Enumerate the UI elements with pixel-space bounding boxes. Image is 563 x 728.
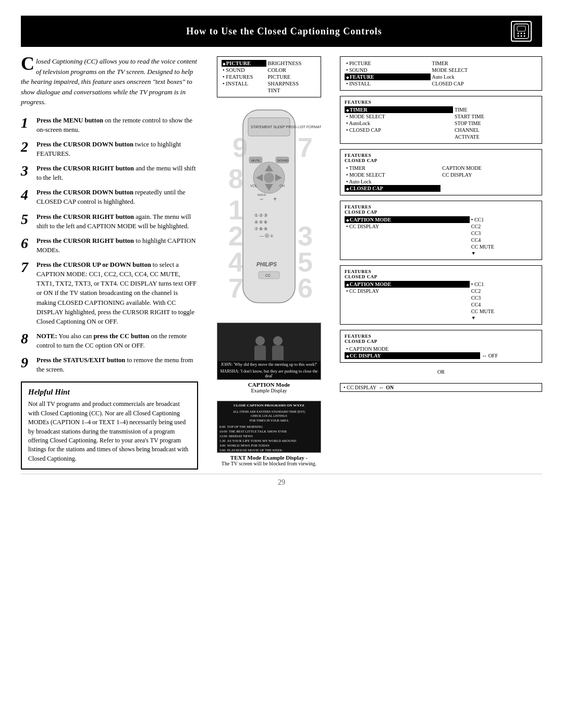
text-mode-image: CLOSE CAPTION PROGRAMS ON WXYZ ALL ITEMS… (217, 401, 321, 453)
mp1-sound: SOUND (345, 67, 431, 73)
mp5-cc2: CC2 (470, 288, 537, 294)
mp5-cc-mute: CC MUTE (470, 308, 537, 315)
svg-point-4 (524, 33, 525, 34)
menu-panel-4: FEATURESCLOSED CAP CAPTION MODE CC1 CC D… (340, 201, 542, 260)
step-7-bold: Press the CURSOR UP or DOWN button (36, 261, 151, 268)
menu-item-empty (222, 87, 266, 94)
mp5-empty2 (345, 301, 470, 308)
mp1-auto-lock: Auto Lock (431, 73, 537, 80)
mp3-empty2 (440, 185, 537, 192)
menu-screen-picture: PICTURE BRIGHTNESS SOUND COLOR FEATURES … (217, 56, 321, 97)
caption-mode-sublabel: Example Display (217, 388, 321, 393)
mp5-title: FEATURESCLOSED CAP (345, 269, 537, 279)
mp2-empty (345, 133, 453, 140)
step-9: 9 Press the STATUS/EXIT button to remove… (21, 355, 198, 374)
text-mode-display: CLOSE CAPTION PROGRAMS ON WXYZ ALL ITEMS… (217, 401, 321, 466)
page-number: 29 (278, 478, 285, 487)
mp3-title: FEATURESCLOSED CAP (345, 153, 537, 163)
step-number-4: 4 (21, 188, 32, 202)
mp3-auto-lock: Auto Lock (345, 178, 440, 185)
step-2-content: Press the CURSOR DOWN button twice to hi… (36, 140, 198, 158)
helpful-hint-text: Not all TV programs and product commerci… (28, 400, 191, 463)
step-5: 5 Press the CURSOR RIGHT button again. T… (21, 212, 198, 231)
cc-display-on-row: CC DISPLAY ↔ ON (340, 383, 542, 392)
mp1-mode-select: MODE SELECT (431, 67, 537, 73)
menu-item-color: COLOR (266, 67, 316, 73)
mp4-cc-mute: CC MUTE (470, 243, 537, 250)
svg-text:SOUND: SOUND (277, 159, 289, 162)
svg-text:VOL: VOL (250, 184, 258, 188)
mp2-mode-select: MODE SELECT (345, 113, 453, 120)
step-7-content: Press the CURSOR UP or DOWN button to se… (36, 260, 198, 326)
step-4: 4 Press the CURSOR DOWN button repeatedl… (21, 188, 198, 206)
mp3-cc-display: CC DISPLAY (440, 171, 537, 178)
step-1: 1 Press the MENU button on the remote co… (21, 116, 198, 134)
svg-text:①  ②  ③: ① ② ③ (254, 213, 267, 218)
mp4-cc3: CC3 (470, 230, 537, 237)
svg-text:7: 7 (298, 132, 313, 163)
step-9-bold: Press the STATUS/EXIT button (36, 356, 125, 364)
step-number-9: 9 (21, 355, 32, 370)
step-4-content: Press the CURSOR DOWN button repeatedly … (36, 188, 198, 206)
mp4-caption-mode: CAPTION MODE (345, 216, 470, 223)
menu-item-sharpness: SHARPNESS (266, 80, 316, 87)
step-3: 3 Press the CURSOR RIGHT button and the … (21, 164, 198, 182)
step-number-1: 1 (21, 116, 32, 130)
step-number-7: 7 (21, 260, 32, 275)
mp3-timer: TIMER (345, 165, 440, 171)
drop-cap: C (21, 56, 34, 71)
mp5-down-arrow-left (345, 315, 470, 321)
mp2-stop-time: STOP TIME (453, 120, 537, 127)
middle-column: PICTURE BRIGHTNESS SOUND COLOR FEATURES … (206, 56, 332, 470)
steps-list: 1 Press the MENU button on the remote co… (21, 116, 198, 375)
mp1-feature: FEATURE (345, 73, 431, 80)
step-9-content: Press the STATUS/EXIT button to remove t… (36, 355, 198, 374)
step-8: 8 NOTE: You also can press the CC button… (21, 331, 198, 350)
step-1-content: Press the MENU button on the remote cont… (36, 116, 198, 134)
step-1-bold: Press the MENU button (36, 117, 103, 124)
mp2-time: TIME (453, 106, 537, 113)
mp5-empty (345, 294, 470, 301)
or-separator: OR (340, 369, 542, 375)
mp1-install: INSTALL (345, 80, 431, 87)
step-7: 7 Press the CURSOR UP or DOWN button to … (21, 260, 198, 326)
svg-text:8: 8 (228, 164, 243, 194)
intro-paragraph: C losed Captioning (CC) allows you to re… (21, 56, 198, 107)
mp2-title: FEATURES (345, 100, 537, 105)
mp6-caption-mode: CAPTION MODE (345, 346, 480, 352)
step-6-content: Press the CURSOR RIGHT button to highlig… (36, 236, 198, 255)
mp4-cc2: CC2 (470, 223, 537, 230)
mp5-down-arrow: ▼ (470, 315, 537, 321)
caption-image: JOHN: 'Why did they move the meeting up … (217, 323, 321, 380)
svg-point-6 (521, 35, 522, 37)
mp1-closed-cap: CLOSED CAP (431, 80, 537, 87)
step-number-5: 5 (21, 212, 32, 227)
svg-text:MAVE: MAVE (258, 193, 266, 196)
step-number-6: 6 (21, 236, 32, 251)
svg-text:7: 7 (228, 273, 243, 303)
step-8-content: NOTE: You also can press the CC button o… (36, 331, 198, 350)
intro-text: losed Captioning (CC) allows you to read… (21, 57, 197, 106)
svg-rect-1 (517, 26, 525, 31)
mp4-down-arrow-left (345, 250, 470, 256)
step-3-content: Press the CURSOR RIGHT button and the me… (36, 164, 198, 182)
mp4-empty (345, 230, 470, 237)
bottom-bar: 29 (21, 474, 542, 487)
menu-panel-3: FEATURESCLOSED CAP TIMER CAPTION MODE MO… (340, 149, 542, 195)
caption-mode-label: CAPTION Mode (217, 381, 321, 388)
mp6-title: FEATURESCLOSED CAP (345, 334, 537, 344)
menu-panel-5: FEATURESCLOSED CAP CAPTION MODE CC1 CC D… (340, 265, 542, 325)
right-column: PICTURE TIMER SOUND MODE SELECT FEATURE … (340, 56, 542, 470)
mp6-cc-display: CC DISPLAY (345, 352, 480, 359)
helpful-hint-box: Helpful Hint Not all TV programs and pro… (21, 381, 198, 470)
mp5-cc3: CC3 (470, 294, 537, 301)
menu-item-features: FEATURES (222, 73, 266, 80)
svg-text:9: 9 (232, 132, 248, 163)
mp2-timer: TIMER (345, 106, 453, 113)
mp6-off: ↔ OFF (480, 352, 537, 359)
svg-text:MUTE: MUTE (251, 159, 260, 162)
left-column: C losed Captioning (CC) allows you to re… (21, 56, 198, 470)
mp4-empty2 (345, 237, 470, 243)
mp6-empty (480, 346, 537, 352)
menu-item-picture2: PICTURE (266, 73, 316, 80)
